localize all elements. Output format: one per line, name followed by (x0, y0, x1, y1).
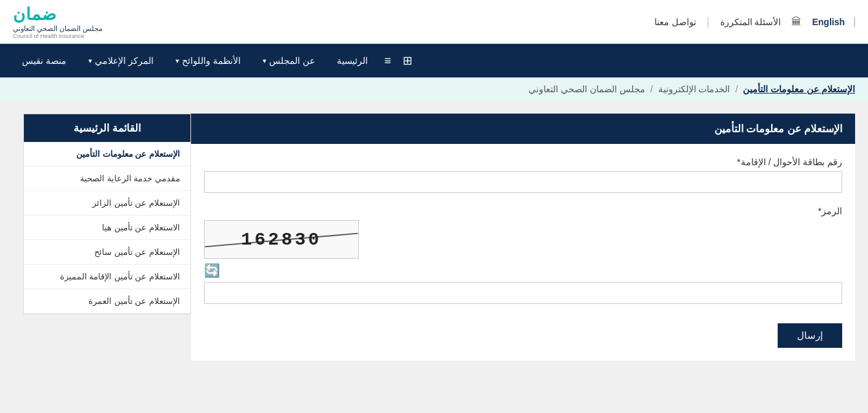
sidebar-title: القائمة الرئيسية (24, 114, 190, 142)
sidebar-item-label-0: الإستعلام عن معلومات التأمين (76, 149, 180, 159)
nav-item-regulations[interactable]: الأنظمة واللوائح (167, 50, 250, 71)
contact-link[interactable]: تواصل معنا (654, 17, 696, 27)
nav-item-naqees[interactable]: منصة نقيس (13, 50, 76, 71)
main-layout: الإستعلام عن معلومات التأمين رقم بطاقة ا… (0, 101, 868, 398)
nav-council-label: عن المجلس (269, 55, 315, 66)
content-body: رقم بطاقة الأحوال / الإقامة* الرمز* 1628… (191, 144, 855, 361)
sidebar-item-label-6: الإستعلام عن تأمين العمرة (88, 296, 180, 306)
nav-item-council[interactable]: عن المجلس (254, 50, 324, 71)
nav-naqees-label: منصة نقيس (22, 55, 66, 66)
breadcrumb-sep-1: / (735, 84, 738, 94)
logo-area: ضمان مجلس الضمان الصحي التعاوني Council … (13, 5, 103, 39)
sidebar-item-tourist-insurance[interactable]: الإستعلام عن تأمين سائح (24, 240, 190, 265)
captcha-form-group: الرمز* 162830 🔄 (204, 206, 842, 304)
id-form-group: رقم بطاقة الأحوال / الإقامة* (204, 157, 842, 193)
content-title: الإستعلام عن معلومات التأمين (714, 123, 842, 134)
divider: | (707, 15, 710, 28)
sidebar-item-umrah-insurance[interactable]: الإستعلام عن تأمين العمرة (24, 289, 190, 314)
sidebar-item-healthcare-providers[interactable]: مقدمي خدمة الرعاية الصحية (24, 166, 190, 191)
content-area: الإستعلام عن معلومات التأمين رقم بطاقة ا… (191, 114, 855, 361)
list-icon[interactable]: ≡ (381, 50, 396, 72)
sidebar-item-label-3: الاستعلام عن تأمين هيا (102, 223, 180, 232)
content-header: الإستعلام عن معلومات التأمين (191, 114, 855, 144)
logo-subtitle-en: Council of Health Insurance (13, 33, 85, 39)
id-input[interactable] (204, 171, 842, 193)
top-bar: English 🏛 الأسئلة المتكررة | تواصل معنا … (0, 0, 868, 44)
sidebar-item-label-5: الاستعلام عن تأمين الإقامة المميزة (60, 272, 180, 281)
sidebar-item-label-2: الإستعلام عن تأمين الزائر (92, 198, 180, 208)
nav-item-home[interactable]: الرئيسية (328, 50, 377, 71)
captcha-container: 162830 🔄 (204, 220, 842, 304)
captcha-text: 162830 (241, 230, 322, 250)
logo-arabic: ضمان (13, 5, 57, 25)
sidebar-item-premium-residence-insurance[interactable]: الاستعلام عن تأمين الإقامة المميزة (24, 265, 190, 289)
sidebar-item-label-4: الإستعلام عن تأمين سائح (94, 247, 180, 257)
captcha-refresh-icon[interactable]: 🔄 (204, 263, 220, 278)
nav-bar: ⊞ ≡ الرئيسية عن المجلس الأنظمة واللوائح … (0, 44, 868, 77)
logo-subtitle-ar: مجلس الضمان الصحي التعاوني (13, 25, 103, 33)
faq-link[interactable]: الأسئلة المتكررة (720, 17, 782, 27)
sidebar-item-insurance-info[interactable]: الإستعلام عن معلومات التأمين (24, 142, 190, 166)
breadcrumb-sep-2: / (651, 84, 653, 94)
breadcrumb: الإستعلام عن معلومات التأمين / الخدمات ا… (0, 77, 868, 101)
submit-button[interactable]: إرسال (778, 323, 842, 348)
breadcrumb-eservices[interactable]: الخدمات الإلكترونية (658, 84, 731, 94)
id-label: رقم بطاقة الأحوال / الإقامة* (204, 157, 842, 167)
breadcrumb-current: الإستعلام عن معلومات التأمين (743, 84, 855, 94)
sidebar-item-visitor-insurance[interactable]: الإستعلام عن تأمين الزائر (24, 191, 190, 216)
captcha-input[interactable] (204, 282, 842, 304)
captcha-label: الرمز* (204, 206, 842, 216)
captcha-image: 162830 (204, 220, 359, 259)
sitemap-icon: 🏛 (791, 16, 802, 28)
nav-item-media[interactable]: المركز الإعلامي (79, 50, 163, 71)
nav-home-label: الرئيسية (337, 55, 368, 66)
sidebar-item-label-1: مقدمي خدمة الرعاية الصحية (80, 174, 180, 183)
sidebar-item-haya-insurance[interactable]: الاستعلام عن تأمين هيا (24, 216, 190, 240)
nav-media-label: المركز الإعلامي (95, 55, 154, 66)
breadcrumb-home[interactable]: مجلس الضمان الصحي التعاوني (529, 84, 645, 94)
submit-label: إرسال (797, 330, 823, 341)
sidebar: القائمة الرئيسية الإستعلام عن معلومات ال… (23, 114, 191, 314)
top-bar-left: English 🏛 الأسئلة المتكررة | تواصل معنا (654, 15, 855, 28)
language-switch[interactable]: English (812, 17, 855, 27)
nav-regulations-label: الأنظمة واللوائح (182, 55, 241, 66)
grid-icon[interactable]: ⊞ (399, 50, 416, 72)
